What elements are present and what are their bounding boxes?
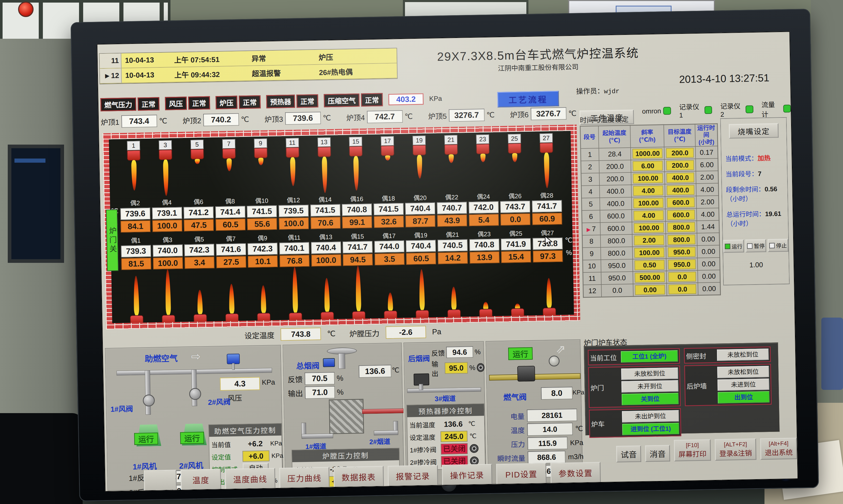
burner-number-chip: 28: [543, 318, 556, 323]
segment-label: 当前段号：: [725, 170, 758, 178]
feedback-label: 反馈: [287, 373, 303, 384]
air-pressure-control-unit: KPa: [271, 452, 283, 460]
target-temp-cell[interactable]: 800.0: [666, 221, 697, 234]
footer-button-partial[interactable]: 温度: [181, 469, 221, 490]
feedback-label: 反馈: [431, 348, 445, 358]
pause-checkbox[interactable]: 暂停: [746, 239, 766, 252]
footer-button[interactable]: 压力曲线: [279, 467, 329, 488]
rate-cell[interactable]: 500.00: [633, 271, 667, 284]
flue-temp-value: 136.6: [359, 365, 392, 378]
rate-cell[interactable]: 2.00: [632, 234, 666, 247]
burner-cell: 偶5742.33.4: [183, 234, 215, 269]
footer-button[interactable]: PID设置: [496, 463, 546, 485]
action-button[interactable]: [Alt+F4]退出系统: [760, 438, 797, 460]
target-temp-cell[interactable]: 200.0: [665, 159, 696, 172]
action-button[interactable]: [F10]屏幕打印: [674, 439, 711, 462]
blue-bin: [821, 318, 843, 390]
status-box: 未出炉到位: [622, 410, 679, 422]
chamber-pressure-control-mode-button[interactable]: 手动: [326, 488, 352, 492]
burner-output-pct: 3.4: [184, 256, 215, 269]
status-box: 未放松到位: [621, 368, 678, 380]
alarm-type: 超温报警: [252, 67, 319, 78]
burner-icon: [162, 315, 175, 323]
action-button[interactable]: 消音: [645, 445, 670, 462]
alarm-list[interactable]: 1110-04-13上午 07:54:51异常炉压▶1210-04-13上午 0…: [99, 48, 397, 84]
burner-output-pct: 60.9: [532, 213, 562, 225]
target-temp-cell[interactable]: 0.0: [667, 283, 698, 296]
burner-output-pct: 70.6: [310, 217, 341, 229]
feedback-value: 94.6: [446, 346, 473, 358]
target-temp-cell[interactable]: 600.0: [665, 196, 696, 209]
burner-icon: [476, 144, 490, 155]
status-box: 出到位: [718, 391, 770, 403]
burner-cell-label: 偶22: [445, 192, 458, 201]
footer-button[interactable]: 温度曲线: [225, 468, 275, 489]
roof-temp-unit: ℃: [568, 109, 576, 118]
burner-icon: [190, 149, 204, 160]
footer-button[interactable]: 参数设置: [550, 462, 601, 484]
rate-cell[interactable]: 100.00: [632, 221, 666, 234]
gas-meter-row: 温度14.0℃: [488, 421, 583, 437]
segment-value: 7: [758, 170, 761, 177]
temp-unit-label: ℃: [565, 236, 573, 245]
door-car-group: 后炉墙未放松到位未进到位出到位: [684, 364, 772, 406]
status-label: 风压: [165, 96, 187, 110]
segment-number: ▶7: [582, 222, 600, 235]
segment-number: 12: [583, 285, 602, 298]
gas-valve-label: 燃气阀: [503, 391, 527, 402]
status-item: 炉压正常: [216, 95, 261, 109]
rear-flue-panel: 后烟阀 反馈 94.6 % 输出 95.0 % 3#烟道 预热器掺冷控制当前温度…: [403, 341, 487, 486]
target-temp-cell[interactable]: 200.0: [664, 146, 696, 159]
target-temp-cell[interactable]: 0.0: [667, 270, 698, 283]
rate-cell[interactable]: 6.00: [631, 159, 665, 172]
segment-table-group: 时间与温度设定 段号起始温度(℃)斜率(℃/h)目标温度(℃)运行时间(小时) …: [579, 112, 721, 298]
rate-cell[interactable]: 4.00: [632, 209, 666, 222]
stop-checkbox[interactable]: 停止: [768, 239, 789, 252]
action-button[interactable]: [ALT+F2]登录&注销: [715, 438, 756, 461]
target-temp-cell[interactable]: 400.0: [665, 184, 696, 197]
segment-column-header: 起始温度(℃): [598, 125, 631, 148]
target-temp-cell[interactable]: 600.0: [665, 209, 697, 221]
preheater-cooling-control-set-value[interactable]: 245.0: [441, 431, 468, 442]
burner-settings-button[interactable]: 烧嘴设定: [729, 123, 779, 139]
rate-cell[interactable]: 0.00: [633, 283, 667, 296]
air-pressure-control-unit: KPa: [270, 440, 282, 447]
burner-cell: 偶13740.4100.0: [310, 232, 342, 267]
feedback-unit: %: [475, 348, 481, 356]
rate-cell[interactable]: 1000.00: [631, 147, 665, 160]
target-temp-cell[interactable]: 400.0: [665, 171, 696, 184]
segment-row[interactable]: 120.00.000.00.00: [583, 282, 721, 297]
rate-cell[interactable]: 100.00: [631, 172, 665, 185]
rate-cell[interactable]: 4.00: [631, 184, 665, 197]
burner-temp-value: 740.5: [437, 239, 468, 251]
target-temp-cell[interactable]: 950.0: [666, 246, 697, 258]
footer-button-partial[interactable]: [144, 470, 177, 491]
burner-icon: [225, 313, 239, 323]
target-temp-cell[interactable]: 950.0: [666, 258, 698, 271]
footer-button[interactable]: 操作记录: [442, 464, 492, 486]
footer-button[interactable]: 报警记录: [388, 465, 438, 487]
gas-pressure-unit: KPa: [573, 389, 585, 396]
burner-temp-value: 741.6: [216, 243, 246, 256]
run-checkbox[interactable]: 运行: [723, 240, 744, 253]
damper-actuator-icon: [477, 363, 485, 372]
segment-table[interactable]: 段号起始温度(℃)斜率(℃/h)目标温度(℃)运行时间(小时) 128.4100…: [580, 123, 721, 298]
process-flow-button[interactable]: 工艺流程: [497, 91, 559, 107]
burner-cell-label: 偶28: [540, 190, 553, 200]
rate-cell[interactable]: 100.00: [632, 246, 666, 259]
rate-cell[interactable]: 0.50: [633, 258, 667, 271]
target-temp-cell[interactable]: 800.0: [666, 233, 697, 246]
air-pressure-control-set-value[interactable]: +6.0: [243, 451, 270, 462]
flame-icon: [195, 159, 200, 164]
burner-cell-label: 偶7: [226, 234, 236, 243]
footer-button[interactable]: 数据报表: [334, 466, 384, 487]
burner-number-chip: 21: [445, 135, 458, 145]
rate-cell[interactable]: 100.00: [631, 197, 665, 210]
run-label: 运行: [732, 242, 742, 250]
action-button[interactable]: 试音: [616, 445, 641, 463]
start-temp: 800.0: [600, 234, 632, 247]
segment-number: 1: [580, 148, 599, 161]
burner-icon: [320, 312, 334, 322]
burner-temp-value: 741.5: [374, 203, 404, 215]
heat-exchanger-icon: [329, 399, 364, 434]
